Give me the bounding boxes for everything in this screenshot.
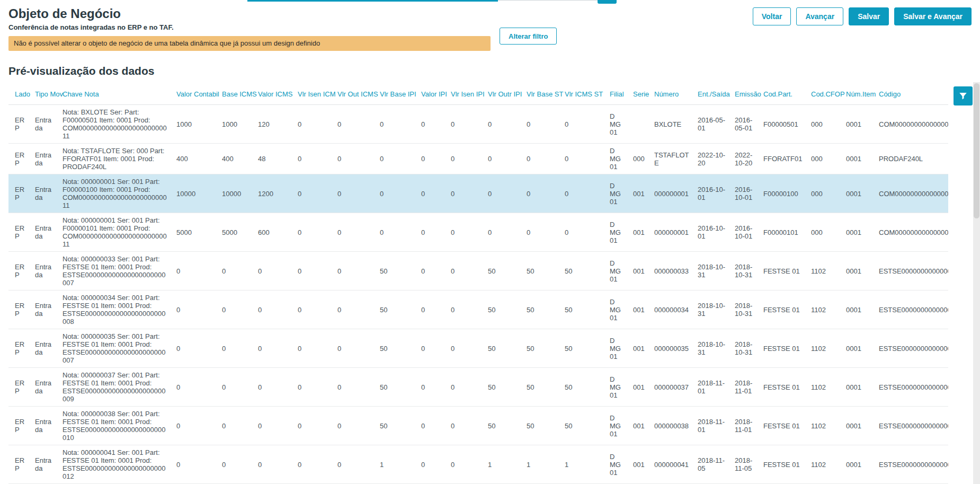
table-cell: FESTSE 01 [757,252,805,291]
table-row[interactable]: ERPEntradaNota: 000000001 Ser: 001 Part:… [8,174,948,213]
table-cell: 0 [558,105,603,144]
table-cell: ESTSE000000000000000000000000000 [872,329,948,368]
table-cell: D MG 01 [603,252,627,291]
column-header-cod-part-[interactable]: Cod.Part. [757,84,805,105]
table-cell: D MG 01 [603,144,627,174]
column-header-valor-icms[interactable]: Valor ICMS [252,84,291,105]
table-cell: 0 [373,105,415,144]
table-cell: 1102 [805,329,840,368]
table-cell: 50 [520,291,558,329]
column-header-serie[interactable]: Serie [627,84,648,105]
table-row[interactable]: ERPEntradaNota: 000000001 Ser: 001 Part:… [8,213,948,252]
top-teal-line-artifact [247,0,498,2]
table-cell: 0 [252,329,291,368]
table-cell: Entrada [29,213,56,252]
table-cell: 0 [331,252,373,291]
table-cell: 1 [373,445,415,484]
column-header-emiss-o[interactable]: Emissão [728,84,757,105]
column-header-c-digo[interactable]: Código [872,84,948,105]
table-cell: 10000 [170,174,216,213]
table-cell: 50 [373,407,415,445]
table-header-row: LadoTipo MovChave NotaValor ContabilBase… [8,84,948,105]
column-header-vlr-icms-st[interactable]: Vlr ICMS ST [558,84,603,105]
table-cell: 0 [444,407,482,445]
table-filter-button[interactable] [954,86,973,105]
column-header-vlr-outr-ipi[interactable]: Vlr Outr IPI [482,84,520,105]
column-header-base-icms[interactable]: Base ICMS [216,84,252,105]
column-header-tipo-mov[interactable]: Tipo Mov [29,84,56,105]
table-cell: 0 [444,213,482,252]
table-cell: 001 [627,291,648,329]
banner-row: Não é possível alterar o objeto de negóc… [8,36,972,51]
column-header-valor-ipi[interactable]: Valor IPI [415,84,444,105]
table-cell: 50 [373,252,415,291]
table-cell: 0 [482,213,520,252]
table-row[interactable]: ERPEntradaNota: 000000033 Ser: 001 Part:… [8,252,948,291]
table-cell: 0 [444,105,482,144]
table-row[interactable]: ERPEntradaNota: 000000035 Ser: 001 Part:… [8,329,948,368]
table-cell: 400 [216,144,252,174]
table-cell: Entrada [29,144,56,174]
table-cell: 0 [331,445,373,484]
table-cell: 0 [252,252,291,291]
salvar-button[interactable]: Salvar [849,7,889,25]
table-cell: 2016-10-01 [691,213,728,252]
column-header-valor-contabil[interactable]: Valor Contabil [170,84,216,105]
voltar-button[interactable]: Voltar [753,7,791,25]
table-cell: 0 [558,144,603,174]
toolbar: Voltar Avançar Salvar Salvar e Avançar [753,7,972,25]
column-header-vlr-base-st[interactable]: Vlr Base ST [520,84,558,105]
table-cell: 0 [291,252,331,291]
top-teal-button-artifact [598,0,617,4]
column-header-chave-nota[interactable]: Chave Nota [56,84,170,105]
table-cell: Entrada [29,174,56,213]
table-cell: 0 [520,174,558,213]
table-row[interactable]: ERPEntradaNota: 000000041 Ser: 001 Part:… [8,445,948,484]
table-cell: 001 [627,329,648,368]
table-cell: 000 [627,144,648,174]
column-header-vlr-isen-ipi[interactable]: Vlr Isen IPI [444,84,482,105]
table-cell: ERP [8,144,29,174]
table-row[interactable]: ERPEntradaNota: 000000037 Ser: 001 Part:… [8,368,948,407]
column-header-n-mero[interactable]: Número [648,84,691,105]
column-header-cod-cfop[interactable]: Cod.CFOP [805,84,840,105]
table-cell: 0 [482,105,520,144]
table-cell: D MG 01 [603,291,627,329]
salvar-e-avancar-button[interactable]: Salvar e Avançar [894,7,972,25]
scrollbar-thumb[interactable] [974,83,979,218]
warning-banner: Não é possível alterar o objeto de negóc… [8,36,491,51]
alterar-filtro-button[interactable]: Alterar filtro [500,28,557,45]
table-cell: D MG 01 [603,213,627,252]
table-row[interactable]: ERPEntradaNota: TSTAFLOTE Ser: 000 Part:… [8,144,948,174]
table-cell: 0 [415,252,444,291]
table-cell: 50 [482,368,520,407]
table-cell: COM00000000000000000000000000 [872,213,948,252]
table-cell: 0 [415,105,444,144]
table-cell: ERP [8,445,29,484]
table-cell: 000 [805,174,840,213]
column-header-vlr-base-ipi[interactable]: Vlr Base IPI [373,84,415,105]
table-cell: 2018-11-05 [691,445,728,484]
avancar-button[interactable]: Avançar [796,7,843,25]
column-header-vlr-isen-icm[interactable]: Vlr Isen ICM [291,84,331,105]
table-cell: 0 [291,407,331,445]
table-cell: 1200 [252,174,291,213]
table-cell: 0001 [840,174,872,213]
table-cell: 48 [252,144,291,174]
table-cell: Nota: 000000001 Ser: 001 Part: F00000101… [56,213,170,252]
table-cell: 000000041 [648,445,691,484]
table-cell: 0 [415,329,444,368]
table-row[interactable]: ERPEntradaNota: 000000034 Ser: 001 Part:… [8,291,948,329]
table-cell: D MG 01 [603,445,627,484]
column-header-lado[interactable]: Lado [8,84,29,105]
section-title: Pré-visualização dos dados [8,65,972,77]
column-header-filial[interactable]: Filial [603,84,627,105]
vertical-scrollbar[interactable] [973,82,980,484]
table-row[interactable]: ERPEntradaNota: 000000038 Ser: 001 Part:… [8,407,948,445]
column-header-ent-sa-da[interactable]: Ent./Saída [691,84,728,105]
column-header-vlr-out-icms[interactable]: Vlr Out ICMS [331,84,373,105]
table-row[interactable]: ERPEntradaNota: BXLOTE Ser: Part: F00000… [8,105,948,144]
table-cell: ERP [8,105,29,144]
table-cell: 1000 [216,105,252,144]
table-cell: Entrada [29,368,56,407]
